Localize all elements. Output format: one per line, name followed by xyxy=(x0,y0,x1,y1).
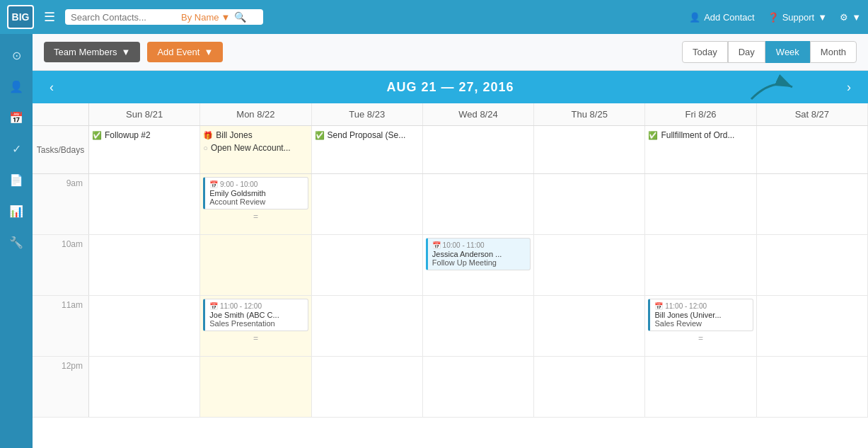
gift-icon: 🎁 xyxy=(203,131,213,140)
event-block[interactable]: 📅 9:00 - 10:00 Emily Goldsmith Account R… xyxy=(203,177,308,209)
search-bar: By Name ▼ 🔍 xyxy=(65,9,263,25)
sidebar-item-calendar[interactable]: 📅 xyxy=(2,103,30,132)
event-more[interactable]: = xyxy=(203,212,308,222)
person-icon: 👤 xyxy=(9,80,23,93)
task-item[interactable]: ✅ Followup #2 xyxy=(92,129,197,142)
settings-button[interactable]: ⚙ ▼ xyxy=(840,12,861,23)
grid-cell-thu-9 xyxy=(534,174,645,234)
task-item[interactable]: 🎁 Bill Jones xyxy=(203,129,308,142)
grid-cell-fri-9 xyxy=(645,174,756,234)
event-time: 📅 11:00 - 12:00 xyxy=(209,302,303,310)
person-plus-icon: 👤 xyxy=(689,12,700,23)
task-item[interactable]: ✅ Fullfillment of Ord... xyxy=(648,129,753,142)
grid-cell-sun-9 xyxy=(89,174,200,234)
day-header-wed: Wed 8/24 xyxy=(423,103,534,125)
event-subtitle: Account Review xyxy=(209,197,303,206)
day-header-sat: Sat 8/27 xyxy=(757,103,868,125)
time-label-11am: 11am xyxy=(33,296,89,356)
add-event-button[interactable]: Add Event ▼ xyxy=(147,42,223,62)
task-cell-wed xyxy=(423,126,534,173)
grid-cell-thu-11 xyxy=(534,296,645,356)
grid-cell-sat-12 xyxy=(757,357,868,417)
grid-cell-thu-12 xyxy=(534,357,645,417)
event-title: Jessica Anderson ... xyxy=(432,250,526,258)
chevron-down-icon: ▼ xyxy=(818,12,827,23)
event-block[interactable]: 📅 10:00 - 11:00 Jessica Anderson ... Fol… xyxy=(426,238,531,270)
event-block[interactable]: 📅 11:00 - 12:00 Bill Jones (Univer... Sa… xyxy=(648,299,753,331)
grid-cell-fri-12 xyxy=(645,357,756,417)
sidebar-item-documents[interactable]: 📄 xyxy=(2,166,30,194)
gear-icon: ⚙ xyxy=(840,12,848,23)
event-block[interactable]: 📅 11:00 - 12:00 Joe Smith (ABC C... Sale… xyxy=(203,299,308,331)
main-content: Team Members ▼ Add Event ▼ Today Day Wee… xyxy=(33,34,868,448)
grid-cell-wed-9 xyxy=(423,174,534,234)
team-members-button[interactable]: Team Members ▼ xyxy=(44,42,140,62)
task-item[interactable]: ✅ Send Proposal (Se... xyxy=(315,129,419,142)
grid-cell-thu-10 xyxy=(534,235,645,295)
grid-cell-tue-10 xyxy=(312,235,423,295)
month-view-button[interactable]: Month xyxy=(810,41,857,63)
next-week-button[interactable]: › xyxy=(841,77,857,98)
prev-week-button[interactable]: ‹ xyxy=(44,77,59,98)
grid-cell-wed-10: 📅 10:00 - 11:00 Jessica Anderson ... Fol… xyxy=(423,235,534,295)
today-view-button[interactable]: Today xyxy=(682,41,728,63)
help-icon: ❓ xyxy=(768,12,779,23)
calendar-header: ‹ AUG 21 — 27, 2016 › xyxy=(33,71,868,103)
search-input[interactable] xyxy=(71,12,177,23)
calendar-icon: 📅 xyxy=(9,111,23,125)
logo[interactable]: BIG xyxy=(7,5,34,29)
sidebar-item-dashboard[interactable]: ⊙ xyxy=(2,41,30,69)
day-header-tue: Tue 8/23 xyxy=(312,103,423,125)
time-row-10am: 10am 📅 10:00 - 11:00 Jessica Anderson ..… xyxy=(33,235,868,296)
circle-icon: ○ xyxy=(203,144,208,152)
task-item[interactable]: ○ Open New Account... xyxy=(203,142,308,154)
grid-cell-sat-9 xyxy=(757,174,868,234)
grid-cell-wed-12 xyxy=(423,357,534,417)
support-button[interactable]: ❓ Support ▼ xyxy=(768,12,827,23)
sidebar-item-reports[interactable]: 📊 xyxy=(2,197,30,225)
time-label-9am: 9am xyxy=(33,174,89,234)
event-time: 📅 11:00 - 12:00 xyxy=(654,302,748,310)
grid-cell-mon-10 xyxy=(200,235,311,295)
event-more[interactable]: = xyxy=(203,333,308,343)
wrench-icon: 🔧 xyxy=(9,236,23,249)
week-view-button[interactable]: Week xyxy=(765,41,810,63)
add-contact-button[interactable]: 👤 Add Contact xyxy=(689,12,755,23)
sidebar: ⊙ 👤 📅 ✓ 📄 📊 🔧 xyxy=(0,34,33,448)
day-view-button[interactable]: Day xyxy=(728,41,765,63)
calendar-icon: 📅 xyxy=(209,180,218,188)
grid-cell-tue-12 xyxy=(312,357,423,417)
chart-icon: 📊 xyxy=(9,205,23,218)
grid-cell-tue-9 xyxy=(312,174,423,234)
sidebar-item-tasks[interactable]: ✓ xyxy=(2,134,30,163)
time-label-12pm: 12pm xyxy=(33,357,89,417)
grid-cell-mon-12 xyxy=(200,357,311,417)
event-title: Bill Jones (Univer... xyxy=(654,311,748,319)
time-label-10am: 10am xyxy=(33,235,89,295)
grid-cell-wed-11 xyxy=(423,296,534,356)
sidebar-item-tools[interactable]: 🔧 xyxy=(2,228,30,256)
day-headers: Sun 8/21 Mon 8/22 Tue 8/23 Wed 8/24 Thu … xyxy=(33,103,868,126)
sidebar-item-contacts[interactable]: 👤 xyxy=(2,72,30,100)
search-by-dropdown[interactable]: By Name ▼ xyxy=(181,12,230,23)
hamburger-button[interactable]: ☰ xyxy=(41,6,58,28)
check-circle-icon: ✅ xyxy=(648,131,658,140)
toolbar: Team Members ▼ Add Event ▼ Today Day Wee… xyxy=(33,34,868,71)
grid-cell-sun-12 xyxy=(89,357,200,417)
task-cell-tue: ✅ Send Proposal (Se... xyxy=(312,126,423,173)
event-subtitle: Follow Up Meeting xyxy=(432,258,526,267)
event-subtitle: Sales Presentation xyxy=(209,319,303,328)
chevron-down-icon: ▼ xyxy=(852,12,861,23)
tasks-row: Tasks/Bdays ✅ Followup #2 🎁 Bill Jones xyxy=(33,126,868,174)
search-icon[interactable]: 🔍 xyxy=(234,11,246,23)
event-title: Joe Smith (ABC C... xyxy=(209,311,303,319)
grid-cell-sun-11 xyxy=(89,296,200,356)
event-more[interactable]: = xyxy=(648,333,753,343)
grid-cell-tue-11 xyxy=(312,296,423,356)
checkmark-icon: ✓ xyxy=(12,142,21,156)
day-header-sun: Sun 8/21 xyxy=(89,103,200,125)
check-circle-icon: ✅ xyxy=(315,131,325,140)
top-navbar: BIG ☰ By Name ▼ 🔍 👤 Add Contact ❓ Suppor… xyxy=(0,0,868,34)
task-cell-sun: ✅ Followup #2 xyxy=(89,126,200,173)
grid-cell-fri-11: 📅 11:00 - 12:00 Bill Jones (Univer... Sa… xyxy=(645,296,756,356)
